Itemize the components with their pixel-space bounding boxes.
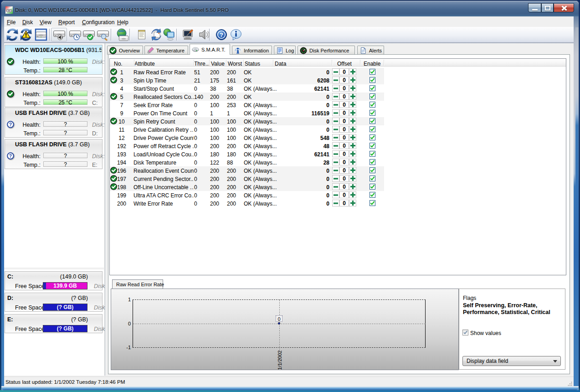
svg-text:?: ? [220, 31, 223, 38]
